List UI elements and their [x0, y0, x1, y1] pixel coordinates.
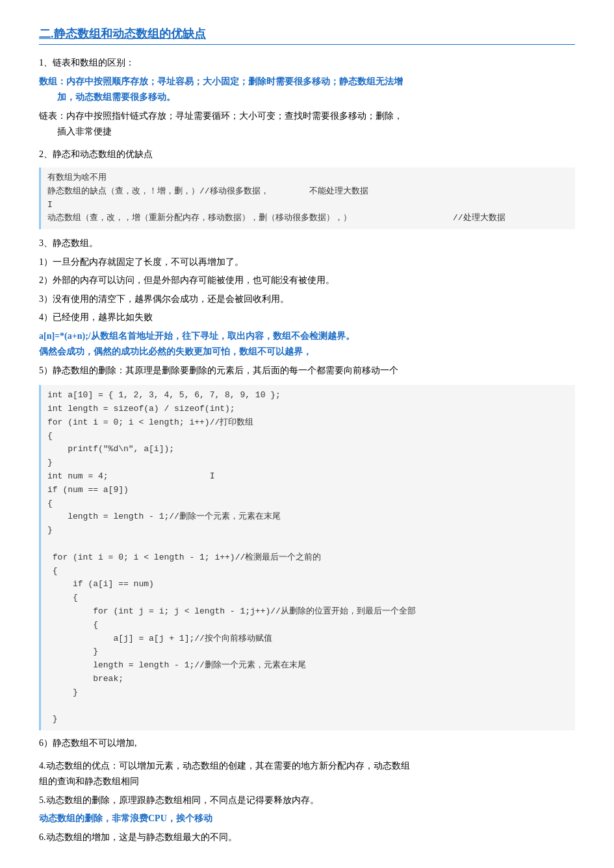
- section1-linkedlist-text: 链表：内存中按照指针链式存放；寻址需要循环；大小可变；查找时需要很多移动；删除，…: [39, 108, 575, 140]
- section2-heading: 2、静态和动态数组的优缺点: [39, 147, 575, 163]
- section-4: 4.动态数组的优点：可以增加元素，动态数组的创建，其在需要的地方新分配内存，动态…: [39, 758, 575, 846]
- section-1: 1、链表和数组的区别： 数组：内存中按照顺序存放；寻址容易；大小固定；删除时需要…: [39, 55, 575, 140]
- section3-heading: 3、静态数组。: [39, 236, 575, 252]
- section1-heading: 1、链表和数组的区别：: [39, 55, 575, 71]
- section4-blue-text: 动态数组的删除，非常浪费CPU，挨个移动: [39, 811, 575, 827]
- section4-point5: 5.动态数组的删除，原理跟静态数组相同，不同点是记得要释放内存。: [39, 793, 575, 809]
- section4-point4: 4.动态数组的优点：可以增加元素，动态数组的创建，其在需要的地方新分配内存，动态…: [39, 758, 575, 790]
- section3-point3: 3）没有使用的清空下，越界偶尔会成功，还是会被回收利用。: [39, 291, 575, 308]
- section1-array-text: 数组：内存中按照顺序存放；寻址容易；大小固定；删除时需要很多移动；静态数组无法增…: [39, 74, 575, 106]
- section-3: 3、静态数组。 1）一旦分配内存就固定了长度，不可以再增加了。 2）外部的内存可…: [39, 236, 575, 378]
- section2-code: 有数组为啥不用 静态数组的缺点（查，改，！增，删，）//移动很多数据， 不能处理…: [39, 167, 575, 229]
- section-title: 二.静态数组和动态数组的优缺点: [39, 26, 575, 45]
- page-container: 二.静态数组和动态数组的优缺点 1、链表和数组的区别： 数组：内存中按照顺序存放…: [39, 26, 575, 845]
- section3-point2: 2）外部的内存可以访问，但是外部内存可能被使用，也可能没有被使用。: [39, 273, 575, 289]
- static-array-code: int a[10] = { 1, 2, 3, 4, 5, 6, 7, 8, 9,…: [39, 385, 575, 730]
- section3-blue-text: a[n]=*(a+n);/从数组名首地址开始，往下寻址，取出内容，数组不会检测越…: [39, 329, 575, 360]
- section3-point6: 6）静态数组不可以增加,: [39, 736, 575, 752]
- section-2: 2、静态和动态数组的优缺点 有数组为啥不用 静态数组的缺点（查，改，！增，删，）…: [39, 147, 575, 230]
- section4-point6: 6.动态数组的增加，这是与静态数组最大的不同。: [39, 830, 575, 846]
- section3-point4: 4）已经使用，越界比如失败: [39, 310, 575, 326]
- section3-point1: 1）一旦分配内存就固定了长度，不可以再增加了。: [39, 254, 575, 271]
- section3-point6-block: 6）静态数组不可以增加,: [39, 736, 575, 752]
- section3-point5: 5）静态数组的删除：其原理是删除要删除的元素后，其后面的每一个都需要向前移动一个: [39, 363, 575, 379]
